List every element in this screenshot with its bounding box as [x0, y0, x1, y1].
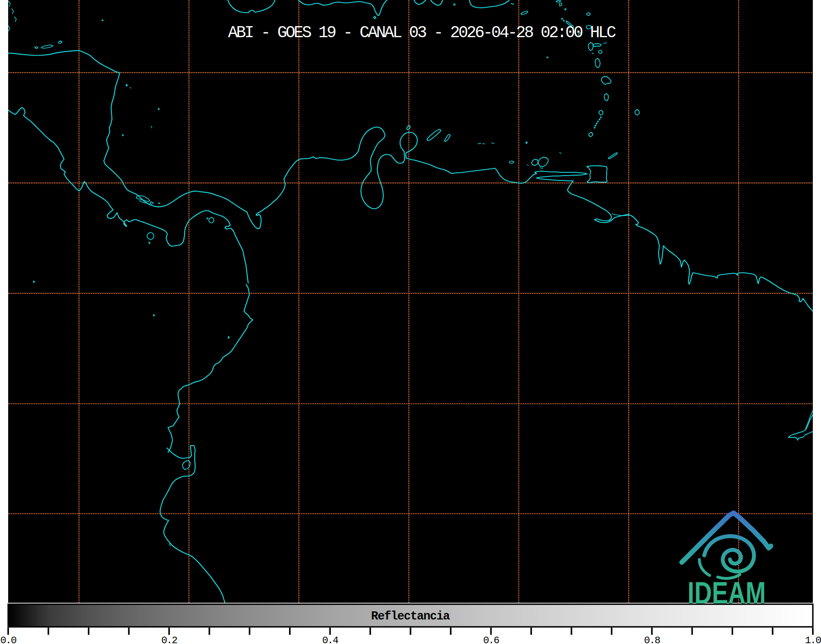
svg-text:0.6: 0.6: [483, 635, 499, 644]
svg-text:1.0: 1.0: [805, 635, 821, 644]
svg-text:0.4: 0.4: [322, 635, 338, 644]
svg-text:0.0: 0.0: [0, 635, 17, 644]
svg-text:ABI - GOES 19 - CANAL 03 - 202: ABI - GOES 19 - CANAL 03 - 2026-04-28 02…: [228, 24, 616, 42]
svg-text:0.2: 0.2: [161, 635, 177, 644]
svg-text:Reflectancia: Reflectancia: [371, 610, 450, 623]
svg-text:0.8: 0.8: [644, 635, 661, 644]
